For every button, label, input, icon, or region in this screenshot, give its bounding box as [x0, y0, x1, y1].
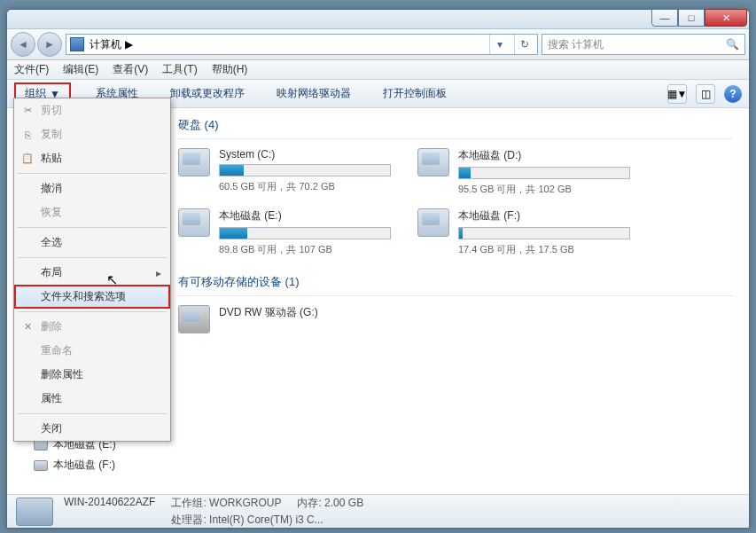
menu-paste[interactable]: 📋粘贴	[14, 146, 170, 170]
minimize-button[interactable]: —	[651, 9, 678, 27]
drive-icon	[417, 208, 449, 237]
delete-icon: ✕	[21, 321, 34, 333]
menu-properties[interactable]: 属性	[14, 387, 170, 411]
cursor-icon: ↖	[106, 271, 118, 288]
drive-item[interactable]: System (C:)60.5 GB 可用，共 70.2 GB	[178, 148, 391, 196]
statusbar: WIN-20140622AZF 工作组: WORKGROUP 内存: 2.00 …	[7, 494, 749, 528]
menubar: 文件(F) 编辑(E) 查看(V) 工具(T) 帮助(H)	[7, 60, 749, 80]
titlebar[interactable]: — □ ✕	[7, 10, 749, 29]
menu-view[interactable]: 查看(V)	[113, 62, 148, 77]
preview-pane-button[interactable]: ◫	[696, 84, 715, 104]
computer-name: WIN-20140622AZF	[64, 496, 155, 511]
sidebar-item-f[interactable]: 本地磁盘 (F:)	[34, 455, 162, 475]
navbar: ◄ ► 计算机 ▶ ▾ ↻ 搜索 计算机 🔍	[7, 29, 749, 60]
computer-icon	[70, 37, 84, 51]
menu-undo[interactable]: 撤消	[14, 176, 170, 200]
section-removable[interactable]: 有可移动存储的设备 (1)	[178, 269, 733, 296]
menu-remove-props[interactable]: 删除属性	[14, 363, 170, 387]
menu-redo[interactable]: 恢复	[14, 200, 170, 224]
forward-button[interactable]: ►	[37, 32, 62, 57]
drive-icon	[178, 208, 210, 237]
menu-folder-options[interactable]: 文件夹和搜索选项	[14, 285, 170, 309]
maximize-button[interactable]: □	[678, 9, 705, 27]
menu-selectall[interactable]: 全选	[14, 231, 170, 255]
uninstall-button[interactable]: 卸载或更改程序	[163, 82, 252, 105]
drive-dvd[interactable]: DVD RW 驱动器 (G:)	[178, 305, 391, 333]
drive-item[interactable]: 本地磁盘 (E:)89.8 GB 可用，共 107 GB	[178, 208, 391, 256]
search-icon[interactable]: 🔍	[726, 38, 739, 51]
control-panel-button[interactable]: 打开控制面板	[376, 82, 454, 105]
drive-item[interactable]: 本地磁盘 (D:)95.5 GB 可用，共 102 GB	[417, 148, 630, 196]
search-placeholder: 搜索 计算机	[548, 37, 604, 52]
drive-icon	[34, 460, 48, 471]
menu-tools[interactable]: 工具(T)	[162, 62, 197, 77]
paste-icon: 📋	[21, 153, 34, 165]
menu-edit[interactable]: 编辑(E)	[63, 62, 98, 77]
menu-rename[interactable]: 重命名	[14, 339, 170, 363]
map-drive-button[interactable]: 映射网络驱动器	[269, 82, 358, 105]
menu-help[interactable]: 帮助(H)	[212, 62, 248, 77]
copy-icon: ⎘	[21, 129, 34, 141]
view-options-button[interactable]: ▦ ▼	[667, 84, 687, 104]
menu-copy[interactable]: ⎘复制	[14, 122, 170, 146]
section-hdd[interactable]: 硬盘 (4)	[178, 112, 733, 139]
search-input[interactable]: 搜索 计算机 🔍	[542, 34, 745, 55]
drive-item[interactable]: 本地磁盘 (F:)17.4 GB 可用，共 17.5 GB	[417, 208, 630, 256]
chevron-right-icon[interactable]: ▶	[125, 38, 133, 51]
menu-layout[interactable]: 布局▸	[14, 261, 170, 285]
cut-icon: ✂	[21, 105, 34, 117]
menu-close[interactable]: 关闭	[14, 417, 170, 441]
menu-cut[interactable]: ✂剪切	[14, 98, 170, 122]
help-icon[interactable]: ?	[724, 85, 742, 103]
chevron-right-icon: ▸	[156, 267, 161, 279]
menu-file[interactable]: 文件(F)	[14, 62, 49, 77]
close-button[interactable]: ✕	[705, 9, 747, 27]
address-bar[interactable]: 计算机 ▶ ▾ ↻	[66, 34, 538, 55]
drive-icon	[178, 148, 210, 176]
refresh-button[interactable]: ↻	[514, 35, 534, 54]
address-dropdown[interactable]: ▾	[489, 35, 509, 54]
content-pane: 硬盘 (4) System (C:)60.5 GB 可用，共 70.2 GB本地…	[162, 108, 749, 498]
dvd-icon	[178, 305, 210, 333]
computer-large-icon	[16, 498, 53, 526]
drive-icon	[417, 148, 449, 176]
breadcrumb[interactable]: 计算机	[90, 37, 121, 52]
back-button[interactable]: ◄	[11, 32, 35, 57]
organize-menu: ✂剪切 ⎘复制 📋粘贴 撤消 恢复 全选 布局▸ 文件夹和搜索选项 ✕删除 重命…	[13, 98, 171, 442]
menu-delete[interactable]: ✕删除	[14, 315, 170, 339]
